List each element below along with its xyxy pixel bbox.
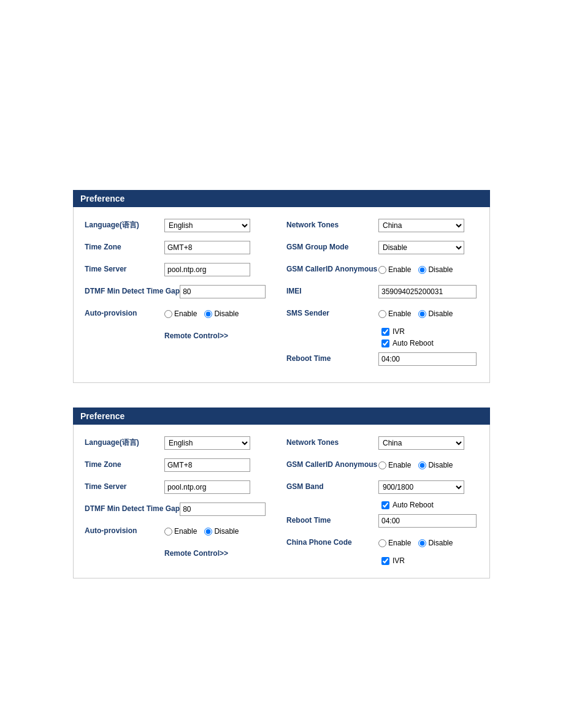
remote-control-row-1: Remote Control>> [85, 327, 277, 344]
smssender-radio-1: Enable Disable [378, 309, 458, 318]
gsmband-row-2: GSM Band 900/1800 [286, 479, 478, 496]
autoprovision-label-2: Auto-provision [85, 526, 164, 536]
language-row-1: Language(语言) English [85, 217, 277, 234]
autoprovision-row-1: Auto-provision Enable Disable [85, 305, 277, 322]
dtmf-label-1: DTMF Min Detect Time Gap [85, 287, 180, 297]
preference-section-1: Preference Language(语言) English Time Zon… [73, 190, 490, 383]
reboottime-label-2: Reboot Time [286, 516, 378, 526]
autoreboot-checkbox-1[interactable] [381, 339, 389, 347]
right-col-1: Network Tones China GSM Group Mode Disab… [282, 214, 483, 375]
chinaphone-row-2: China Phone Code Enable Disable [286, 534, 478, 552]
autoprovision-enable-radio-1[interactable] [164, 310, 172, 318]
ivr-checkbox-2[interactable] [381, 557, 389, 565]
smssender-disable-radio-1[interactable] [418, 310, 426, 318]
autoprovision-disable-radio-1[interactable] [204, 310, 212, 318]
remote-control-row-2: Remote Control>> [85, 545, 277, 562]
timezone-input-1[interactable] [164, 241, 250, 254]
ivr-label-2: IVR [393, 556, 405, 565]
chinaphone-enable-label-2[interactable]: Enable [378, 539, 411, 547]
timeserver-input-1[interactable] [164, 263, 250, 276]
chinaphone-label-2: China Phone Code [286, 538, 378, 548]
language-label-1: Language(语言) [85, 221, 164, 230]
left-col-1: Language(语言) English Time Zone Time Serv… [80, 214, 282, 375]
networktones-label-1: Network Tones [286, 221, 378, 230]
dtmf-label-2: DTMF Min Detect Time Gap [85, 504, 180, 514]
right-col-2: Network Tones China GSM CallerID Anonymo… [282, 432, 483, 571]
autoprovision-label-1: Auto-provision [85, 309, 164, 319]
gsmcallerid-enable-radio-2[interactable] [378, 461, 386, 469]
smssender-row-1: SMS Sender Enable Disable [286, 305, 478, 322]
timeserver-label-1: Time Server [85, 265, 164, 275]
autoprovision-radio-1: Enable Disable [164, 309, 243, 318]
preference-section-2: Preference Language(语言) English Time Zon… [73, 408, 490, 578]
gsmcallerid-enable-label-1[interactable]: Enable [378, 265, 411, 274]
smssender-enable-label-1[interactable]: Enable [378, 309, 411, 318]
timeserver-input-2[interactable] [164, 480, 250, 494]
autoprovision-radio-2: Enable Disable [164, 527, 243, 536]
ivr-row-2: IVR [286, 556, 478, 565]
pref-header-2: Preference [73, 408, 490, 425]
gsmcallerid-disable-radio-2[interactable] [418, 461, 426, 469]
gsmcallerid-disable-label-2[interactable]: Disable [418, 461, 453, 469]
gsmcallerid-label-1: GSM CallerID Anonymous [286, 265, 378, 275]
autoprovision-enable-label-1[interactable]: Enable [164, 309, 197, 318]
gsmcallerid-disable-label-1[interactable]: Disable [418, 265, 453, 274]
autoreboot-label-1: Auto Reboot [393, 339, 434, 347]
networktones-label-2: Network Tones [286, 438, 378, 448]
timezone-input-2[interactable] [164, 458, 250, 472]
pref-title-2: Preference [80, 411, 124, 421]
autoreboot-checkbox-2[interactable] [381, 501, 389, 509]
timezone-row-1: Time Zone [85, 239, 277, 256]
timeserver-label-2: Time Server [85, 482, 164, 492]
autoprovision-row-2: Auto-provision Enable Disable [85, 523, 277, 540]
reboottime-row-1: Reboot Time [286, 351, 478, 368]
timezone-label-1: Time Zone [85, 243, 164, 252]
networktones-select-2[interactable]: China [378, 436, 464, 450]
reboottime-input-2[interactable] [378, 514, 477, 528]
networktones-select-1[interactable]: China [378, 219, 464, 232]
gsmgroupmode-row-1: GSM Group Mode Disable [286, 239, 478, 256]
remote-control-link-2[interactable]: Remote Control>> [164, 549, 228, 558]
autoreboot-label-2: Auto Reboot [393, 501, 434, 509]
autoprovision-enable-radio-2[interactable] [164, 528, 172, 536]
gsmcallerid-enable-radio-1[interactable] [378, 266, 386, 274]
pref-title-1: Preference [80, 194, 124, 203]
networktones-row-1: Network Tones China [286, 217, 478, 234]
autoprovision-disable-label-2[interactable]: Disable [204, 527, 239, 536]
gsmcallerid-disable-radio-1[interactable] [418, 266, 426, 274]
gsmcallerid-row-2: GSM CallerID Anonymous Enable Disable [286, 457, 478, 474]
autoreboot-row-1: Auto Reboot [286, 339, 478, 347]
smssender-enable-radio-1[interactable] [378, 310, 386, 318]
ivr-checkbox-1[interactable] [381, 328, 389, 336]
remote-control-link-1[interactable]: Remote Control>> [164, 332, 228, 340]
reboottime-row-2: Reboot Time [286, 512, 478, 529]
reboottime-label-1: Reboot Time [286, 354, 378, 364]
chinaphone-enable-radio-2[interactable] [378, 539, 386, 547]
dtmf-input-1[interactable] [180, 285, 266, 298]
chinaphone-disable-radio-2[interactable] [418, 539, 426, 547]
gsmband-select-2[interactable]: 900/1800 [378, 480, 464, 494]
gsmcallerid-radio-2: Enable Disable [378, 461, 458, 469]
ivr-row-1: IVR [286, 327, 478, 336]
language-select-1[interactable]: English [164, 219, 250, 232]
language-select-2[interactable]: English [164, 436, 250, 450]
reboottime-input-1[interactable] [378, 352, 477, 366]
gsmcallerid-enable-label-2[interactable]: Enable [378, 461, 411, 469]
gsmcallerid-label-2: GSM CallerID Anonymous [286, 460, 378, 470]
imei-row-1: IMEI [286, 283, 478, 300]
smssender-disable-label-1[interactable]: Disable [418, 309, 453, 318]
gsmcallerid-row-1: GSM CallerID Anonymous Enable Disable [286, 261, 478, 278]
autoprovision-disable-radio-2[interactable] [204, 528, 212, 536]
autoreboot-row-2: Auto Reboot [286, 501, 478, 509]
gsmgroupmode-select-1[interactable]: Disable [378, 241, 464, 254]
dtmf-row-2: DTMF Min Detect Time Gap [85, 501, 277, 518]
gsmcallerid-radio-1: Enable Disable [378, 265, 458, 274]
autoprovision-enable-label-2[interactable]: Enable [164, 527, 197, 536]
imei-label-1: IMEI [286, 287, 378, 297]
autoprovision-disable-label-1[interactable]: Disable [204, 309, 239, 318]
smssender-label-1: SMS Sender [286, 309, 378, 319]
gsmband-label-2: GSM Band [286, 482, 378, 492]
chinaphone-disable-label-2[interactable]: Disable [418, 539, 453, 547]
dtmf-input-2[interactable] [180, 502, 266, 516]
imei-input-1[interactable] [378, 285, 477, 298]
